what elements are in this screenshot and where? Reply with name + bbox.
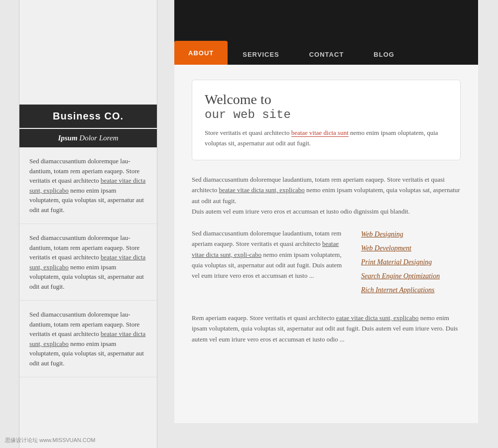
welcome-text: Store veritatis et quasi architecto beat…	[205, 128, 448, 149]
sidebar-block-1: Sed diamaccusantium doloremque lau-danti…	[19, 147, 157, 224]
nav-services[interactable]: SERVICES	[228, 44, 294, 65]
sidebar: Business CO. Ipsum Dolor Lorem Sed diama…	[19, 0, 157, 448]
welcome-link[interactable]: beatae vitae dicta sunt	[291, 129, 349, 137]
footer: 思缘设计论坛 www.MISSVUAN.COM	[5, 437, 96, 444]
para2-text-before: Sed diamaccusantium doloremque laudantiu…	[192, 229, 341, 247]
sidebar-block-3: Sed diamaccusantium doloremque lau-danti…	[19, 301, 157, 377]
welcome-line2: our web site	[205, 108, 448, 122]
footer-text: 思缘设计论坛 www.MISSVUAN.COM	[5, 437, 96, 443]
welcome-box: Welcome to our web site Store veritatis …	[192, 80, 461, 160]
nav-about[interactable]: ABOUT	[174, 41, 228, 65]
welcome-text-before: Store veritatis et quasi architecto	[205, 129, 291, 136]
para1-link[interactable]: beatae vitae dicta sunt, explicabo	[219, 186, 305, 194]
two-col-left: Sed diamaccusantium doloremque laudantiu…	[192, 228, 351, 300]
welcome-title: Welcome to our web site	[205, 91, 448, 122]
nav-blog[interactable]: BLOG	[359, 44, 409, 65]
sidebar-block-2: Sed diamaccusantium doloremque lau-danti…	[19, 224, 157, 301]
sidebar-logo: Business CO.	[19, 105, 157, 128]
service-seo[interactable]: Search Engine Optimization	[361, 272, 461, 280]
service-ria[interactable]: Rich Internet Applications	[361, 286, 461, 294]
paragraph-3: Rem aperiam eaquep. Store veritatis et q…	[192, 313, 461, 344]
para1-text2: Duis autem vel eum iriure vero eros et a…	[192, 208, 410, 215]
sidebar-tagline: Ipsum Dolor Lorem	[19, 129, 157, 147]
navigation: ABOUT SERVICES CONTACT BLOG	[174, 0, 478, 65]
service-web-development[interactable]: Web Development	[361, 244, 461, 252]
tagline-bold: Ipsum	[58, 134, 77, 142]
para3-text-before: Rem aperiam eaquep. Store veritatis et q…	[192, 314, 336, 322]
service-print-material[interactable]: Print Material Designing	[361, 258, 461, 266]
services-list: Web Designing Web Development Print Mate…	[361, 228, 461, 300]
welcome-line1: Welcome to	[205, 92, 271, 107]
nav-contact[interactable]: CONTACT	[294, 44, 359, 65]
page-content: Welcome to our web site Store veritatis …	[174, 65, 478, 423]
main-content: ABOUT SERVICES CONTACT BLOG Welcome to o…	[174, 0, 478, 448]
paragraph-1: Sed diamaccusantium doloremque laudantiu…	[192, 174, 461, 217]
two-column-section: Sed diamaccusantium doloremque laudantiu…	[192, 228, 461, 300]
para3-link[interactable]: eatae vitae dicta sunt, explicabo	[336, 314, 419, 322]
tagline-normal: Dolor Lorem	[78, 134, 119, 142]
service-web-designing[interactable]: Web Designing	[361, 230, 461, 238]
